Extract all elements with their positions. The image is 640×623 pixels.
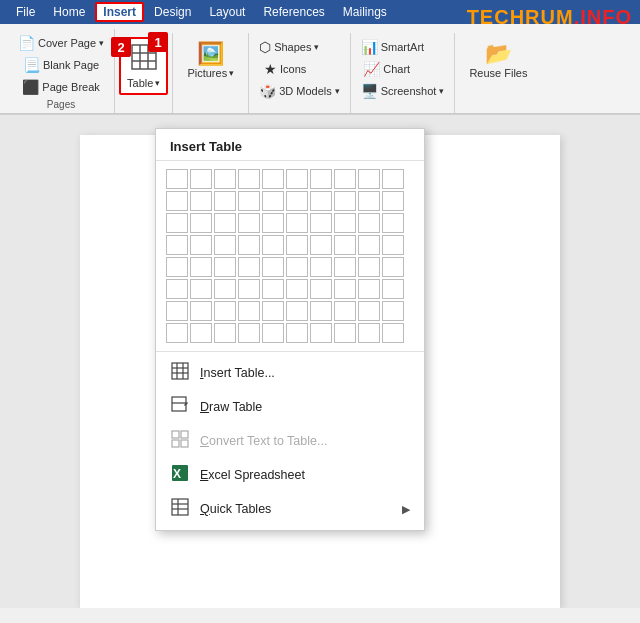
cell[interactable]: [286, 279, 308, 299]
excel-spreadsheet-item[interactable]: X Excel Spreadsheet: [156, 458, 424, 492]
cell[interactable]: [286, 257, 308, 277]
cell[interactable]: [262, 191, 284, 211]
cell[interactable]: [310, 235, 332, 255]
cell[interactable]: [382, 323, 404, 343]
cell[interactable]: [382, 301, 404, 321]
cell[interactable]: [334, 235, 356, 255]
cover-page-button[interactable]: 📄 Cover Page ▾: [14, 33, 108, 53]
cell[interactable]: [358, 279, 380, 299]
3d-models-button[interactable]: 🎲 3D Models ▾: [255, 81, 344, 101]
cell[interactable]: [166, 257, 188, 277]
cell[interactable]: [310, 169, 332, 189]
menu-references[interactable]: References: [255, 2, 332, 22]
cell[interactable]: [262, 257, 284, 277]
menu-layout[interactable]: Layout: [201, 2, 253, 22]
cell[interactable]: [286, 191, 308, 211]
cell[interactable]: [382, 213, 404, 233]
cell[interactable]: [238, 279, 260, 299]
cell[interactable]: [262, 301, 284, 321]
cell[interactable]: [334, 257, 356, 277]
cell[interactable]: [238, 169, 260, 189]
cell[interactable]: [358, 323, 380, 343]
cell[interactable]: [358, 257, 380, 277]
menu-mailings[interactable]: Mailings: [335, 2, 395, 22]
cell[interactable]: [166, 323, 188, 343]
cell[interactable]: [166, 301, 188, 321]
cell[interactable]: [262, 169, 284, 189]
cell[interactable]: [190, 213, 212, 233]
cell[interactable]: [286, 323, 308, 343]
cell[interactable]: [334, 323, 356, 343]
cell[interactable]: [262, 323, 284, 343]
cell[interactable]: [214, 191, 236, 211]
draw-table-item[interactable]: Draw Table: [156, 390, 424, 424]
smartart-button[interactable]: 📊 SmartArt: [357, 37, 428, 57]
shapes-button[interactable]: ⬡ Shapes ▾: [255, 37, 323, 57]
cell[interactable]: [214, 235, 236, 255]
cell[interactable]: [190, 257, 212, 277]
cell[interactable]: [238, 301, 260, 321]
blank-page-button[interactable]: 📃 Blank Page: [14, 55, 108, 75]
cell[interactable]: [310, 301, 332, 321]
chart-button[interactable]: 📈 Chart: [357, 59, 417, 79]
cell[interactable]: [214, 279, 236, 299]
cell[interactable]: [382, 257, 404, 277]
cell[interactable]: [286, 235, 308, 255]
cell[interactable]: [238, 213, 260, 233]
cell[interactable]: [334, 279, 356, 299]
icons-button[interactable]: ★ Icons: [255, 59, 315, 79]
cell[interactable]: [310, 279, 332, 299]
cell[interactable]: [358, 169, 380, 189]
cell[interactable]: [166, 235, 188, 255]
cell[interactable]: [310, 257, 332, 277]
cell[interactable]: [190, 279, 212, 299]
cell[interactable]: [262, 235, 284, 255]
page-break-button[interactable]: ⬛ Page Break: [14, 77, 108, 97]
cell[interactable]: [310, 191, 332, 211]
screenshot-button[interactable]: 🖥️ Screenshot ▾: [357, 81, 449, 101]
cell[interactable]: [334, 213, 356, 233]
cell[interactable]: [238, 235, 260, 255]
cell[interactable]: [286, 169, 308, 189]
menu-file[interactable]: File: [8, 2, 43, 22]
cell[interactable]: [214, 213, 236, 233]
cell[interactable]: [190, 323, 212, 343]
cell[interactable]: [334, 191, 356, 211]
menu-home[interactable]: Home: [45, 2, 93, 22]
cell[interactable]: [238, 191, 260, 211]
cell[interactable]: [214, 169, 236, 189]
cell[interactable]: [214, 257, 236, 277]
menu-design[interactable]: Design: [146, 2, 199, 22]
cell[interactable]: [262, 279, 284, 299]
cell[interactable]: [166, 169, 188, 189]
cell[interactable]: [382, 235, 404, 255]
cell[interactable]: [382, 191, 404, 211]
cell[interactable]: [358, 301, 380, 321]
pictures-button[interactable]: 🖼️ Pictures ▾: [179, 37, 242, 85]
cell[interactable]: [382, 279, 404, 299]
cell[interactable]: [166, 191, 188, 211]
menu-insert[interactable]: Insert: [95, 2, 144, 22]
cell[interactable]: [334, 301, 356, 321]
cell[interactable]: [238, 323, 260, 343]
cell[interactable]: [190, 301, 212, 321]
cell[interactable]: [334, 169, 356, 189]
cell[interactable]: [358, 213, 380, 233]
cell[interactable]: [310, 323, 332, 343]
cell[interactable]: [286, 301, 308, 321]
quick-tables-item[interactable]: Quick Tables ▶: [156, 492, 424, 526]
cell[interactable]: [310, 213, 332, 233]
cell[interactable]: [382, 169, 404, 189]
cell[interactable]: [166, 279, 188, 299]
cell[interactable]: [214, 301, 236, 321]
cell[interactable]: [358, 235, 380, 255]
insert-table-item[interactable]: Insert Table...: [156, 356, 424, 390]
cell[interactable]: [214, 323, 236, 343]
cell[interactable]: [238, 257, 260, 277]
cell[interactable]: [190, 235, 212, 255]
cell[interactable]: [166, 213, 188, 233]
cell[interactable]: [358, 191, 380, 211]
reuse-files-button[interactable]: 📂 Reuse Files: [461, 37, 535, 85]
cell[interactable]: [190, 169, 212, 189]
cell[interactable]: [190, 191, 212, 211]
